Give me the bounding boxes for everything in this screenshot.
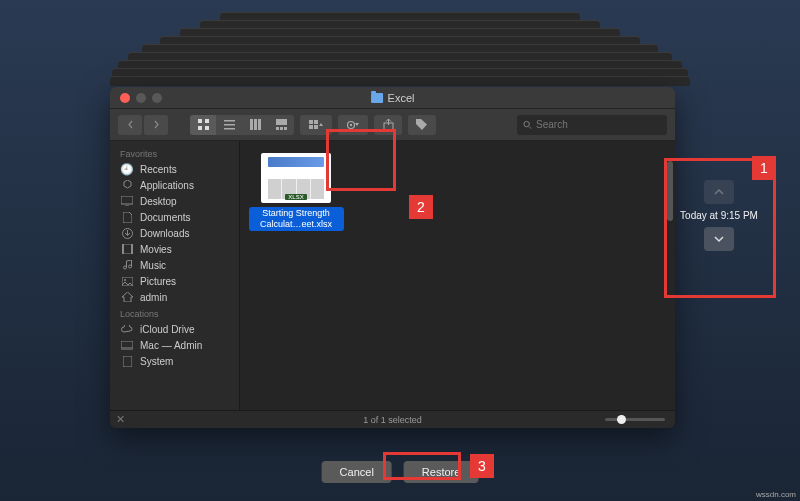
statusbar: ✕ 1 of 1 selected	[110, 410, 675, 428]
svg-rect-1	[205, 119, 209, 123]
sidebar-item-icloud[interactable]: iCloud Drive	[110, 321, 239, 337]
svg-rect-7	[250, 119, 253, 130]
file-label: Starting Strength Calculat…eet.xlsx	[249, 207, 344, 231]
gallery-view-button[interactable]	[268, 115, 294, 135]
zoom-slider[interactable]	[605, 418, 665, 421]
toolbar	[110, 109, 675, 141]
svg-rect-15	[314, 120, 318, 124]
sidebar-item-system[interactable]: System	[110, 353, 239, 369]
chevron-right-icon	[153, 120, 160, 129]
chevron-up-icon	[714, 189, 724, 196]
svg-rect-14	[309, 120, 313, 124]
file-item[interactable]: XLSX Starting Strength Calculat…eet.xlsx	[252, 153, 340, 231]
svg-rect-33	[123, 356, 132, 367]
svg-rect-6	[224, 128, 235, 130]
chevron-down-icon	[714, 236, 724, 243]
file-thumbnail: XLSX	[261, 153, 331, 203]
timeline-label: Today at 9:15 PM	[680, 210, 758, 221]
movie-icon	[120, 243, 134, 255]
timeline-up-button[interactable]	[704, 180, 734, 204]
sidebar-item-movies[interactable]: Movies	[110, 241, 239, 257]
status-text: 1 of 1 selected	[363, 415, 422, 425]
list-view-button[interactable]	[216, 115, 242, 135]
content-area[interactable]: XLSX Starting Strength Calculat…eet.xlsx	[240, 141, 675, 410]
desktop-icon	[120, 195, 134, 207]
forward-button[interactable]	[144, 115, 168, 135]
home-icon	[120, 291, 134, 303]
sidebar-item-pictures[interactable]: Pictures	[110, 273, 239, 289]
download-icon	[120, 227, 134, 239]
svg-rect-0	[198, 119, 202, 123]
xlsx-badge: XLSX	[285, 194, 306, 200]
mac-icon	[120, 339, 134, 351]
svg-rect-31	[121, 341, 133, 348]
bottom-buttons: Cancel Restore	[322, 461, 479, 483]
titlebar: Excel	[110, 87, 675, 109]
svg-rect-28	[131, 244, 133, 254]
music-icon	[120, 259, 134, 271]
columns-icon	[250, 119, 261, 130]
sidebar: Favorites 🕘Recents Applications Desktop …	[110, 141, 240, 410]
sidebar-item-documents[interactable]: Documents	[110, 209, 239, 225]
tag-icon	[416, 119, 428, 130]
back-button[interactable]	[118, 115, 142, 135]
gear-icon	[346, 119, 360, 131]
zoom-window-button	[152, 93, 162, 103]
search-field[interactable]	[517, 115, 667, 135]
gallery-icon	[276, 119, 287, 130]
cancel-button[interactable]: Cancel	[322, 461, 392, 483]
sidebar-item-admin[interactable]: admin	[110, 289, 239, 305]
search-icon	[523, 120, 532, 130]
callout-2: 2	[409, 195, 433, 219]
sidebar-item-music[interactable]: Music	[110, 257, 239, 273]
tags-button[interactable]	[408, 115, 436, 135]
traffic-lights	[110, 93, 162, 103]
action-button[interactable]	[338, 115, 368, 135]
svg-rect-17	[314, 125, 318, 129]
svg-line-22	[529, 126, 531, 128]
clock-icon: 🕘	[120, 163, 134, 175]
svg-rect-8	[254, 119, 257, 130]
app-icon	[120, 179, 134, 191]
cloud-icon	[120, 323, 134, 335]
search-input[interactable]	[536, 119, 661, 130]
icon-view-button[interactable]	[190, 115, 216, 135]
sidebar-item-desktop[interactable]: Desktop	[110, 193, 239, 209]
svg-rect-3	[205, 126, 209, 130]
sidebar-item-applications[interactable]: Applications	[110, 177, 239, 193]
svg-rect-2	[198, 126, 202, 130]
sidebar-item-recents[interactable]: 🕘Recents	[110, 161, 239, 177]
share-icon	[383, 119, 394, 131]
callout-1: 1	[752, 156, 776, 180]
sidebar-header-locations: Locations	[110, 305, 239, 321]
column-view-button[interactable]	[242, 115, 268, 135]
view-mode-group	[190, 115, 294, 135]
sidebar-item-mac[interactable]: Mac — Admin	[110, 337, 239, 353]
arrange-button[interactable]	[300, 115, 332, 135]
close-icon[interactable]: ✕	[116, 413, 125, 426]
svg-rect-9	[258, 119, 261, 130]
arrange-icon	[309, 120, 323, 130]
svg-rect-12	[280, 127, 283, 130]
svg-rect-23	[121, 196, 133, 204]
svg-rect-5	[224, 124, 235, 126]
svg-rect-27	[122, 244, 124, 254]
timeline-down-button[interactable]	[704, 227, 734, 251]
picture-icon	[120, 275, 134, 287]
svg-rect-4	[224, 120, 235, 122]
close-window-button[interactable]	[120, 93, 130, 103]
share-button[interactable]	[374, 115, 402, 135]
restore-button[interactable]: Restore	[404, 461, 479, 483]
doc-icon	[120, 211, 134, 223]
svg-rect-11	[276, 127, 279, 130]
timeline-navigator: Today at 9:15 PM	[673, 180, 765, 251]
disk-icon	[120, 355, 134, 367]
chevron-left-icon	[127, 120, 134, 129]
sidebar-header-favorites: Favorites	[110, 145, 239, 161]
list-icon	[224, 119, 235, 130]
sidebar-item-downloads[interactable]: Downloads	[110, 225, 239, 241]
finder-window: Excel	[110, 87, 675, 428]
folder-icon	[371, 93, 383, 103]
window-title-text: Excel	[388, 92, 415, 104]
svg-point-19	[350, 123, 352, 125]
